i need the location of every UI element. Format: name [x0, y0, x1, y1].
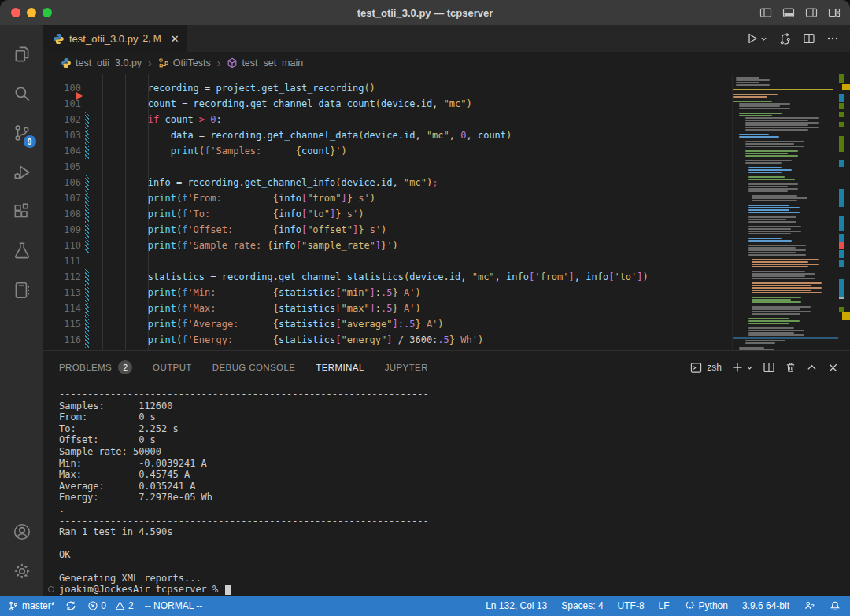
line-number[interactable]: 115 — [43, 316, 81, 332]
line-number[interactable]: 108 — [43, 206, 81, 222]
customize-layout-icon[interactable] — [828, 6, 841, 19]
tab-close-icon[interactable]: ✕ — [171, 33, 179, 45]
code-line[interactable]: 108 print(f'To: {info["to"]} s') — [43, 206, 732, 222]
minimap-line — [748, 172, 782, 173]
code-line[interactable]: 110 print(f'Sample rate: {info["sample_r… — [43, 238, 732, 253]
title-bar: test_otii_3.0.py — tcpserver — [0, 0, 850, 25]
run-or-debug-icon[interactable] — [778, 32, 792, 46]
split-editor-icon[interactable] — [803, 32, 815, 45]
code-line[interactable]: 102 if count > 0: — [43, 112, 732, 127]
line-number[interactable]: 114 — [43, 301, 81, 316]
minimap-line — [745, 150, 798, 152]
tab-test-otii[interactable]: test_otii_3.0.py 2, M ✕ — [43, 25, 187, 52]
code-line[interactable]: 105 — [43, 159, 732, 175]
problems-status[interactable]: 0 2 — [87, 600, 133, 611]
terminal-dropdown-chevron-icon[interactable] — [746, 364, 753, 371]
python-interpreter[interactable]: 3.9.6 64-bit — [742, 600, 789, 611]
line-number[interactable]: 104 — [43, 143, 81, 159]
breadcrumb-method[interactable]: test_set_main — [227, 57, 303, 68]
line-number[interactable]: 116 — [43, 332, 81, 348]
code-line[interactable]: 109 print(f'Offset: {info["offset"]} s') — [43, 222, 732, 238]
line-number[interactable]: 103 — [43, 127, 81, 143]
ruler-mark — [839, 74, 844, 83]
new-terminal-icon[interactable] — [731, 361, 753, 374]
breadcrumb-class[interactable]: OtiiTests — [158, 57, 211, 68]
layout-panel-icon[interactable] — [782, 6, 795, 19]
layout-sidebar-left-icon[interactable] — [759, 6, 772, 19]
code-line[interactable]: 107 print(f'From: {info["from"]} s') — [43, 190, 732, 206]
terminal-profile-selector[interactable]: zsh — [690, 362, 722, 374]
code-editor[interactable]: 100 recording = project.get_last_recordi… — [43, 74, 732, 350]
code-line[interactable]: 100 recording = project.get_last_recordi… — [43, 80, 732, 96]
line-number[interactable]: 113 — [43, 285, 81, 301]
terminal-output[interactable]: ----------------------------------------… — [43, 384, 850, 596]
terminal-prompt[interactable]: joakim@JockesAir tcpserver % — [59, 584, 850, 596]
line-number[interactable]: 100 — [43, 80, 81, 96]
kill-terminal-icon[interactable] — [785, 361, 796, 374]
panel-tab-debug-console[interactable]: DEBUG CONSOLE — [213, 351, 296, 384]
code-line[interactable]: 106 info = recording.get_channel_info(de… — [43, 175, 732, 190]
maximize-panel-icon[interactable] — [806, 362, 818, 374]
line-number[interactable]: 101 — [43, 96, 81, 112]
overview-ruler[interactable] — [838, 74, 850, 350]
explorer-icon[interactable] — [3, 35, 41, 74]
panel-tab-output[interactable]: OUTPUT — [153, 351, 192, 384]
code-line[interactable]: 112 statistics = recording.get_channel_s… — [43, 269, 732, 285]
encoding-setting[interactable]: UTF-8 — [618, 600, 645, 611]
indentation-setting[interactable]: Spaces: 4 — [561, 600, 603, 611]
source-control-badge: 9 — [24, 135, 36, 148]
code-line[interactable]: 116 print(f'Energy: {statistics["energy"… — [43, 332, 732, 348]
code-line[interactable]: 115 print(f'Average: {statistics["averag… — [43, 316, 732, 332]
account-icon[interactable] — [3, 512, 41, 551]
panel-tab-jupyter[interactable]: JUPYTER — [385, 351, 428, 384]
line-number[interactable]: 102 — [43, 112, 81, 127]
settings-gear-icon[interactable] — [3, 551, 41, 591]
terminal-line: To: 2.252 s — [59, 423, 850, 435]
code-line[interactable]: 104 print(f'Samples: {count}') — [43, 143, 732, 159]
source-control-icon[interactable]: 9 — [3, 113, 41, 153]
feedback-icon[interactable] — [804, 600, 815, 611]
code-line[interactable]: 101 count = recording.get_channel_data_c… — [43, 96, 732, 112]
minimap-line — [752, 282, 822, 284]
run-dropdown-chevron-icon[interactable] — [760, 35, 767, 42]
line-number[interactable]: 110 — [43, 238, 81, 253]
code-line[interactable]: 114 print(f'Max: {statistics["max"]:.5} … — [43, 301, 732, 316]
panel-tab-problems[interactable]: PROBLEMS2 — [59, 351, 132, 384]
more-actions-icon[interactable] — [826, 32, 839, 45]
line-number[interactable]: 107 — [43, 190, 81, 206]
branch-status[interactable]: master* — [8, 600, 54, 612]
testing-icon[interactable] — [3, 231, 41, 271]
line-number[interactable]: 105 — [43, 159, 81, 175]
code-line[interactable]: 111 — [43, 253, 732, 269]
run-and-debug-icon[interactable] — [3, 153, 41, 192]
run-marker-icon — [76, 92, 83, 100]
notifications-bell-icon[interactable] — [830, 600, 841, 612]
zoom-window-icon[interactable] — [42, 8, 52, 17]
code-line[interactable]: 103 data = recording.get_channel_data(de… — [43, 127, 732, 143]
sync-status[interactable] — [65, 600, 76, 611]
close-window-icon[interactable] — [11, 8, 20, 17]
close-panel-icon[interactable] — [827, 362, 839, 374]
minimap[interactable] — [732, 74, 838, 350]
line-number[interactable]: 111 — [43, 253, 81, 269]
breadcrumb-file[interactable]: test_otii_3.0.py — [61, 57, 142, 68]
split-terminal-icon[interactable] — [763, 361, 775, 374]
minimap-line — [748, 219, 786, 220]
run-python-file-icon[interactable] — [746, 32, 767, 45]
layout-sidebar-right-icon[interactable] — [805, 6, 818, 19]
line-number[interactable]: 106 — [43, 175, 81, 190]
panel-tab-terminal[interactable]: TERMINAL — [316, 351, 364, 384]
line-number[interactable]: 112 — [43, 269, 81, 285]
line-number[interactable]: 109 — [43, 222, 81, 238]
minimize-window-icon[interactable] — [27, 8, 36, 17]
search-icon[interactable] — [3, 74, 41, 113]
eol-setting[interactable]: LF — [659, 600, 670, 611]
code-line[interactable]: 113 print(f'Min: {statistics["min"]:.5} … — [43, 285, 732, 301]
vim-mode-indicator[interactable]: -- NORMAL -- — [145, 600, 203, 611]
language-mode[interactable]: Python — [684, 600, 728, 611]
activity-bar: 9 — [0, 25, 43, 596]
minimap-line — [745, 153, 788, 154]
extensions-icon[interactable] — [3, 192, 41, 231]
notebook-icon[interactable] — [3, 271, 41, 310]
cursor-position[interactable]: Ln 132, Col 13 — [486, 600, 547, 611]
